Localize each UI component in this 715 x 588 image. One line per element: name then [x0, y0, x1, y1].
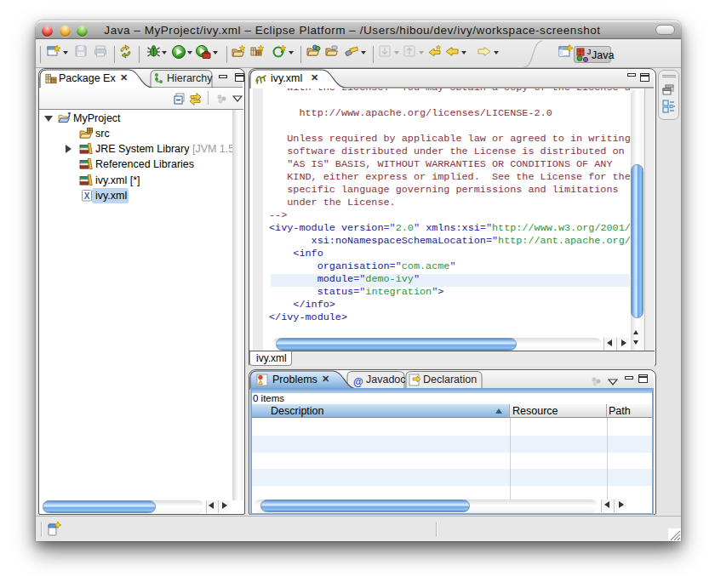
svg-text:J: J	[587, 48, 592, 56]
svg-text:X: X	[84, 191, 90, 201]
